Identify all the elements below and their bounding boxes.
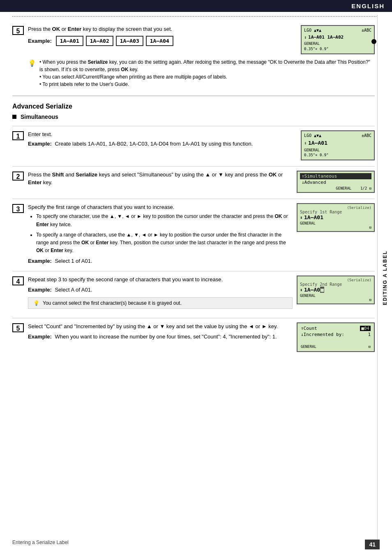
step2-block: 2 Press the Shift and Serialize keys and… <box>12 166 375 193</box>
step5-bottom-content: Select "Count" and "Incremented by" by u… <box>28 322 375 352</box>
gray-note-bulb: 💡 <box>33 300 39 306</box>
lcd-top-right-1: ±ABC <box>362 28 371 33</box>
lcd-bottom-2: GENERAL 0.35"× 0.9" <box>304 148 371 158</box>
lcd-highlighted-3: ↑Simultaneous <box>300 173 371 179</box>
step3-block: 3 Specify the first range of characters … <box>12 199 375 265</box>
step3-bullet-2: To specify a range of characters, use th… <box>36 231 293 255</box>
section-bullet <box>371 39 376 44</box>
count-general: GENERAL <box>301 345 316 349</box>
lcd-cursor-4: ↕ <box>300 215 302 220</box>
lcd-top-row-2: LGO ▲▼▲ ±ABC <box>304 133 371 139</box>
lcd-screen-4: (Serialize) Specify 1st Range ↕ 1A–A01 G… <box>297 203 375 232</box>
section-divider-1 <box>12 95 375 96</box>
step5-bottom-example: Example: When you want to increase the n… <box>28 333 293 341</box>
step4-left: Repeat step 3 to specify the second rang… <box>28 276 293 312</box>
step1-block: 1 Enter text. Example: Create labels 1A-… <box>12 126 375 160</box>
simultaneous-heading-text: Simultaneous <box>21 114 58 120</box>
lcd-screen-1: LGO ▲▼▲ ±ABC ↕ 1A–A01 1A–A02 GENERAL 0.3… <box>301 25 375 54</box>
step3-bullet-1: To specify one character, use the ▲, ▼, … <box>36 213 293 228</box>
info-text-1: • When you press the Serialize key, you … <box>39 58 375 88</box>
step4-example-label: Example: <box>28 287 52 293</box>
lcd-line1-row-2: ↕ 1A–A01 <box>304 139 371 147</box>
count-label-1: ↑Count <box>301 326 317 331</box>
count-icon: ⊟ <box>369 345 371 349</box>
lcd-screen-2: LGO ▲▼▲ ±ABC ↕ 1A–A01 GENERAL 0.35"× 0.9… <box>301 130 375 160</box>
step5-top-text: Press the OK or Enter key to display the… <box>28 25 293 33</box>
header-title: ENGLISH <box>351 2 385 9</box>
step5-bottom-example-label: Example: <box>28 334 52 340</box>
lcd-general-1: GENERAL <box>304 41 371 46</box>
main-content: 5 Press the OK or Enter key to display t… <box>12 23 375 372</box>
lcd-serialize-mid: Specify 1st Range <box>300 210 371 214</box>
step3-number: 3 <box>12 204 24 213</box>
lcd-top-left-1: LGO ▲▼▲ <box>304 28 321 33</box>
step4-row: Repeat step 3 to specify the second rang… <box>28 276 375 312</box>
lcd-serialize-mid-5: Specify 2nd Range <box>300 282 371 287</box>
step4-main-text: Repeat step 3 to specify the second rang… <box>28 276 293 284</box>
square-bullet-icon <box>12 115 16 119</box>
lcd-serialize-main: ↕ 1A–A01 <box>300 214 371 220</box>
step1-example: Example: Create labels 1A-A01, 1A-B02, 1… <box>28 140 293 148</box>
step1-left: Enter text. Example: Create labels 1A-A0… <box>28 130 293 148</box>
lcd-normal-3: ↓Advanced <box>300 179 371 185</box>
bulb-icon-1: 💡 <box>28 59 36 67</box>
lcd-main-text-4: 1A–A01 <box>304 214 323 220</box>
step4-block: 4 Repeat step 3 to specify the second ra… <box>12 271 375 312</box>
step3-lcd: (Serialize) Specify 1st Range ↕ 1A–A01 G… <box>297 203 375 232</box>
count-label-2: ↓Incremented by: <box>301 332 344 337</box>
dotted-separator <box>12 16 380 17</box>
lcd-bottom-1: GENERAL 0.35"× 0.9" <box>304 41 371 51</box>
note-1: • When you press the Serialize key, you … <box>39 58 375 73</box>
count-spacer <box>301 338 371 345</box>
step4-number: 4 <box>12 276 24 285</box>
step4-example: Example: Select A of A01. <box>28 286 293 294</box>
step3-example: Example: Select 1 of A01. <box>28 257 293 265</box>
lcd-serialize-main-5: ↕ 1A–A0■ <box>300 287 371 293</box>
lcd-icon-5: ⊟ <box>300 298 371 302</box>
page-number-box: 41 <box>365 540 380 549</box>
step2-row: Press the Shift and Serialize keys and s… <box>28 171 375 193</box>
label-box-4: 1A–A04 <box>146 36 173 46</box>
lcd-screen-5: (Serialize) Specify 2nd Range ↕ 1A–A0■ G… <box>297 276 375 304</box>
step1-lcd: LGO ▲▼▲ ±ABC ↕ 1A–A01 GENERAL 0.35"× 0.9… <box>297 130 375 160</box>
example-label-1: Example: <box>28 38 52 44</box>
step5-top-block: 5 Press the OK or Enter key to display t… <box>12 23 375 91</box>
info-box-1: 💡 • When you press the Serialize key, yo… <box>28 58 375 88</box>
step5-top-number: 5 <box>12 26 24 35</box>
count-val-2: 1 <box>368 332 371 337</box>
step5-bottom-left: Select "Count" and "Incremented by" by u… <box>28 322 293 341</box>
lcd-icon-4: ⊟ <box>300 225 371 229</box>
step1-number: 1 <box>12 131 24 140</box>
lcd-serialize-top-5: (Serialize) <box>300 278 371 282</box>
step3-example-label: Example: <box>28 258 52 264</box>
count-highlight-1: ■04 <box>360 326 371 331</box>
step2-left: Press the Shift and Serialize keys and s… <box>28 171 293 187</box>
step5-top-row: Press the OK or Enter key to display the… <box>28 25 375 54</box>
step5-bottom-lcd: ↑Count ■04 ↓Incremented by: 1 GENERAL ⊟ <box>297 322 375 352</box>
note-2: • You can select All/Current/Range when … <box>39 73 375 81</box>
step3-row: Specify the first range of characters th… <box>28 203 375 265</box>
step2-text: Press the Shift and Serialize keys and s… <box>28 171 293 187</box>
lcd-serialize-top: (Serialize) <box>300 206 371 210</box>
page-footer: Entering a Serialize Label 41 <box>0 540 392 549</box>
step2-number: 2 <box>12 171 24 181</box>
lcd-cursor-2: ↕ <box>304 140 307 146</box>
step2-content: Press the Shift and Serialize keys and s… <box>28 171 375 193</box>
step3-bullets: To specify one character, use the ▲, ▼, … <box>36 213 293 255</box>
lcd-screen-3: ↑Simultaneous ↓Advanced GENERAL 1/2 ⊟ <box>297 171 375 193</box>
lcd-cursor-5: ↕ <box>300 287 302 292</box>
right-sidebar: EDITING A LABEL <box>377 15 392 541</box>
lcd-top-right-2: ±ABC <box>362 133 371 139</box>
step4-lcd: (Serialize) Specify 2nd Range ↕ 1A–A0■ G… <box>297 276 375 304</box>
lcd-general-5: GENERAL <box>300 294 371 298</box>
lcd-screen-6: ↑Count ■04 ↓Incremented by: 1 GENERAL ⊟ <box>297 322 375 352</box>
label-box-3: 1A–A03 <box>116 36 143 46</box>
step3-main-text: Specify the first range of characters th… <box>28 203 293 211</box>
step1-example-text: Create labels 1A-A01, 1A-B02, 1A-C03, 1A… <box>55 141 253 147</box>
lcd-top-left-2: LGO ▲▼▲ <box>304 133 321 139</box>
lcd-main-text-5: 1A–A0■ <box>304 287 324 293</box>
step5-bottom-row: Select "Count" and "Incremented by" by u… <box>28 322 375 352</box>
lcd-size-1: 0.35"× 0.9" <box>304 46 371 52</box>
step5-top-lcd: LGO ▲▼▲ ±ABC ↕ 1A–A01 1A–A02 GENERAL 0.3… <box>297 25 375 54</box>
step1-example-label: Example: <box>28 141 52 147</box>
